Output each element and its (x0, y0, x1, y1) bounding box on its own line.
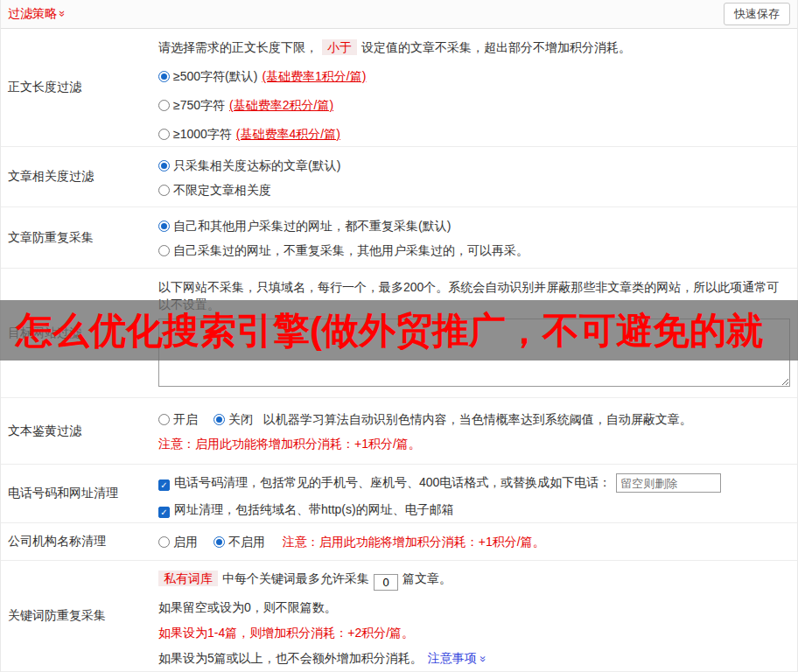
radio-option-500-chars[interactable]: ≥500字符(默认)(基础费率1积分/篇) (158, 67, 790, 85)
intro-text-before: 请选择需求的正文长度下限， (158, 40, 318, 54)
keyword-dedup-line3: 如果设为1-4篇，则增加积分消耗：+2积分/篇。 (158, 624, 790, 641)
phone-url-content: 电话号码清理，包括常见的手机号、座机号、400电话格式，或替换成如下电话： 网址… (151, 465, 797, 522)
checkbox-label: 网址清理，包括纯域名、带http(s)的网址、电子邮箱 (174, 502, 454, 516)
checkbox-label: 电话号码清理，包括常见的手机号、座机号、400电话格式，或替换成如下电话： (174, 475, 611, 489)
chevron-down-double-icon: » (473, 655, 491, 662)
keyword-line4-text: 如果设为5篇或以上，也不会额外增加积分消耗。 (158, 651, 423, 665)
filter-strategy-page: 过滤策略» 快速保存 正文长度过滤 请选择需求的正文长度下限，小于设定值的文章不… (0, 0, 798, 672)
radio-icon[interactable] (158, 220, 170, 232)
row-label-dedup: 文章防重复采集 (1, 207, 151, 268)
company-cleanup-options: 启用 不启用 注意：启用此功能将增加积分消耗：+1积分/篇。 (158, 533, 790, 550)
radio-option-porn-on[interactable]: 开启 (158, 412, 198, 426)
body-length-intro: 请选择需求的正文长度下限，小于设定值的文章不采集，超出部分不增加积分消耗。 (158, 38, 790, 56)
row-label-phone-url: 电话号码和网址清理 (1, 465, 151, 522)
radio-option-company-off[interactable]: 不启用 (214, 535, 265, 549)
keyword-line1-mid: 中每个关键词最多允许采集 (222, 571, 369, 585)
radio-icon[interactable] (158, 414, 170, 425)
radio-icon[interactable] (158, 536, 170, 548)
row-keyword-dedup: 关键词防重复采集 私有词库中每个关键词最多允许采集篇文章。 如果留空或设为0，则… (1, 561, 797, 672)
checkbox-icon[interactable] (158, 480, 170, 491)
row-relevance-filter: 文章相关度过滤 只采集相关度达标的文章(默认) 不限定文章相关度 (1, 147, 797, 207)
radio-label: 关闭 (228, 412, 253, 426)
row-label-body-length: 正文长度过滤 (1, 29, 151, 146)
fee-rate-link[interactable]: (基础费率1积分/篇) (262, 69, 366, 83)
radio-option-relevance-off[interactable]: 不限定文章相关度 (158, 181, 790, 199)
body-length-content: 请选择需求的正文长度下限，小于设定值的文章不采集，超出部分不增加积分消耗。 ≥5… (151, 29, 797, 146)
radio-label: ≥1000字符 (173, 127, 232, 141)
radio-icon[interactable] (158, 129, 170, 140)
radio-label: 自己采集过的网址，不重复采集，其他用户采集过的，可以再采。 (173, 243, 528, 257)
row-target-site-filter: 目标网站过滤 以下网站不采集，只填域名，每行一个，最多200个。系统会自动识别并… (1, 269, 797, 398)
radio-icon[interactable] (158, 71, 170, 82)
keyword-dedup-line4: 如果设为5篇或以上，也不会额外增加积分消耗。注意事项» (158, 649, 790, 668)
porn-filter-options: 开启 关闭 以机器学习算法自动识别色情内容，当色情概率达到系统阈值，自动屏蔽文章… (158, 410, 790, 428)
row-label-porn-filter: 文本鉴黄过滤 (1, 398, 151, 464)
porn-filter-note: 注意：启用此功能将增加积分消耗：+1积分/篇。 (158, 437, 790, 452)
radio-option-dedup-self-only[interactable]: 自己采集过的网址，不重复采集，其他用户采集过的，可以再采。 (158, 242, 790, 259)
radio-icon[interactable] (158, 245, 170, 256)
row-body-length-filter: 正文长度过滤 请选择需求的正文长度下限，小于设定值的文章不采集，超出部分不增加积… (1, 29, 797, 147)
keyword-line1-after: 篇文章。 (402, 571, 452, 585)
radio-option-1000-chars[interactable]: ≥1000字符(基础费率4积分/篇) (158, 125, 790, 143)
porn-filter-desc: 以机器学习算法自动识别色情内容，当色情概率达到系统阈值，自动屏蔽文章。 (263, 412, 692, 426)
row-company-name-cleanup: 公司机构名称清理 启用 不启用 注意：启用此功能将增加积分消耗：+1积分/篇。 (1, 523, 797, 561)
relevance-content: 只采集相关度达标的文章(默认) 不限定文章相关度 (151, 147, 797, 206)
radio-option-company-on[interactable]: 启用 (158, 535, 198, 549)
fee-rate-link[interactable]: (基础费率2积分/篇) (229, 98, 333, 112)
quick-save-button[interactable]: 快速保存 (724, 3, 790, 25)
keyword-dedup-content: 私有词库中每个关键词最多允许采集篇文章。 如果留空或设为0，则不限篇数。 如果设… (151, 561, 797, 671)
topbar: 过滤策略» 快速保存 (1, 0, 797, 29)
keyword-dedup-line2: 如果留空或设为0，则不限篇数。 (158, 598, 790, 616)
private-lexicon-tag[interactable]: 私有词库 (158, 570, 218, 586)
row-phone-url-cleanup: 电话号码和网址清理 电话号码清理，包括常见的手机号、座机号、400电话格式，或替… (1, 465, 797, 523)
radio-label: 自己和其他用户采集过的网址，都不重复采集(默认) (173, 219, 451, 233)
row-dedup-collection: 文章防重复采集 自己和其他用户采集过的网址，都不重复采集(默认) 自己采集过的网… (1, 207, 797, 269)
notes-link[interactable]: 注意事项» (428, 651, 486, 665)
radio-label: 不启用 (228, 535, 265, 549)
replacement-phone-input[interactable] (616, 473, 721, 493)
radio-icon[interactable] (214, 536, 225, 548)
row-label-relevance: 文章相关度过滤 (1, 147, 151, 206)
company-cleanup-content: 启用 不启用 注意：启用此功能将增加积分消耗：+1积分/篇。 (151, 523, 797, 560)
radio-icon[interactable] (158, 160, 170, 172)
keyword-dedup-line1: 私有词库中每个关键词最多允许采集篇文章。 (158, 570, 790, 591)
max-articles-input[interactable] (374, 574, 398, 591)
radio-label: ≥750字符 (173, 98, 225, 112)
radio-label: 开启 (173, 412, 198, 426)
target-site-desc: 以下网站不采集，只填域名，每行一个，最多200个。系统会自动识别并屏蔽那些非文章… (158, 278, 790, 313)
radio-label: 不限定文章相关度 (173, 183, 271, 197)
row-label-company-cleanup: 公司机构名称清理 (1, 523, 151, 560)
notes-link-text: 注意事项 (428, 651, 477, 665)
radio-icon[interactable] (214, 414, 225, 425)
radio-option-750-chars[interactable]: ≥750字符(基础费率2积分/篇) (158, 96, 790, 114)
company-cleanup-note: 注意：启用此功能将增加积分消耗：+1积分/篇。 (283, 535, 545, 549)
row-label-keyword-dedup: 关键词防重复采集 (1, 561, 151, 671)
checkbox-option-phone-cleanup[interactable]: 电话号码清理，包括常见的手机号、座机号、400电话格式，或替换成如下电话： (158, 473, 790, 493)
radio-option-dedup-all-users[interactable]: 自己和其他用户采集过的网址，都不重复采集(默认) (158, 217, 790, 234)
radio-label: ≥500字符(默认) (173, 69, 257, 83)
radio-icon[interactable] (158, 100, 170, 111)
radio-label: 只采集相关度达标的文章(默认) (173, 158, 340, 172)
porn-filter-content: 开启 关闭 以机器学习算法自动识别色情内容，当色情概率达到系统阈值，自动屏蔽文章… (151, 398, 797, 464)
chevron-down-double-icon: » (56, 10, 69, 17)
radio-option-relevance-on[interactable]: 只采集相关度达标的文章(默认) (158, 157, 790, 174)
radio-label: 启用 (173, 535, 198, 549)
dedup-content: 自己和其他用户采集过的网址，都不重复采集(默认) 自己采集过的网址，不重复采集，… (151, 207, 797, 268)
less-than-tag: 小于 (322, 39, 357, 55)
checkbox-option-url-cleanup[interactable]: 网址清理，包括纯域名、带http(s)的网址、电子邮箱 (158, 500, 790, 518)
page-title[interactable]: 过滤策略» (8, 6, 66, 22)
blocked-sites-textarea[interactable] (158, 318, 790, 387)
row-porn-filter: 文本鉴黄过滤 开启 关闭 以机器学习算法自动识别色情内容，当色情概率达到系统阈值… (1, 398, 797, 465)
target-site-content: 以下网站不采集，只填域名，每行一个，最多200个。系统会自动识别并屏蔽那些非文章… (151, 269, 797, 397)
radio-icon[interactable] (158, 185, 170, 196)
page-title-text: 过滤策略 (8, 6, 57, 20)
fee-rate-link[interactable]: (基础费率4积分/篇) (236, 127, 340, 141)
checkbox-icon[interactable] (158, 507, 170, 518)
row-label-target-site: 目标网站过滤 (1, 269, 151, 397)
radio-option-porn-off[interactable]: 关闭 (214, 412, 253, 426)
intro-text-after: 设定值的文章不采集，超出部分不增加积分消耗。 (361, 40, 631, 54)
